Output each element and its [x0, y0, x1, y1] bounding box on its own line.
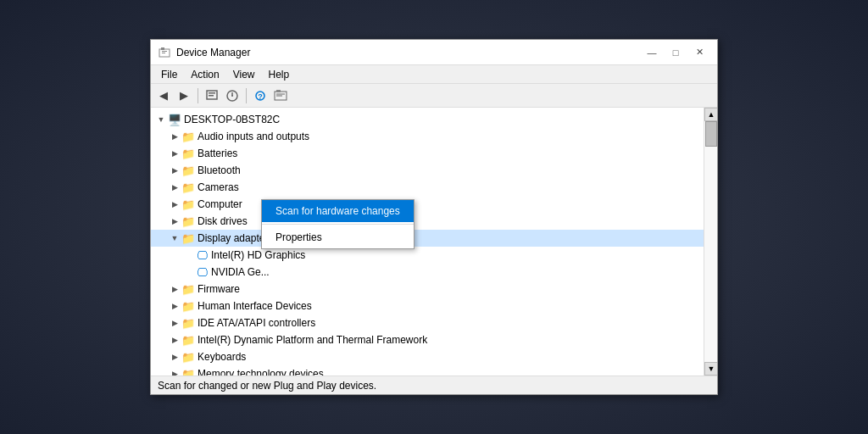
tree-item-intel-hd[interactable]: 🖵 Intel(R) HD Graphics	[151, 247, 704, 264]
context-properties[interactable]: Properties	[262, 226, 414, 248]
scrollbar[interactable]: ▲ ▼	[704, 108, 717, 376]
toolbar: ◀ ▶ ?	[151, 84, 717, 108]
tree-item-display-adapters[interactable]: ▼ 📁 Display adapters	[151, 230, 704, 247]
nvidia-label: NVIDIA Ge...	[211, 266, 270, 278]
tree-item-audio[interactable]: ▶ 📁 Audio inputs and outputs	[151, 128, 704, 145]
toolbar-btn-3[interactable]: ?	[251, 86, 270, 105]
tree-item-memory[interactable]: ▶ 📁 Memory technology devices	[151, 365, 704, 376]
context-menu-separator	[262, 224, 414, 225]
keyboards-expand-icon: ▶	[168, 350, 181, 364]
disk-label: Disk drives	[198, 215, 248, 227]
batteries-expand-icon: ▶	[168, 147, 181, 160]
menu-view[interactable]: View	[226, 67, 262, 82]
display-icon: 📁	[181, 231, 195, 245]
computer-label: Computer	[198, 198, 242, 210]
context-menu: Scan for hardware changes Properties	[261, 199, 415, 249]
scrollbar-track[interactable]	[704, 121, 717, 362]
computer-icon: 🖥️	[168, 113, 181, 126]
tree-item-cameras[interactable]: ▶ 📁 Cameras	[151, 179, 704, 196]
intel-hd-icon: 🖵	[195, 248, 209, 262]
svg-rect-6	[209, 95, 214, 97]
root-label: DESKTOP-0BST82C	[184, 114, 280, 125]
context-scan-hardware[interactable]: Scan for hardware changes	[262, 200, 414, 222]
nvidia-expand-icon	[181, 265, 195, 279]
nvidia-icon: 🖵	[195, 265, 209, 279]
firmware-label: Firmware	[198, 283, 240, 295]
computer-expand-icon: ▶	[168, 198, 181, 211]
memory-label: Memory technology devices	[198, 368, 324, 376]
title-bar-controls: — □ ✕	[641, 45, 710, 60]
svg-text:?: ?	[258, 92, 263, 101]
cameras-label: Cameras	[198, 181, 239, 193]
batteries-label: Batteries	[198, 147, 237, 159]
tree-item-nvidia[interactable]: 🖵 NVIDIA Ge...	[151, 264, 704, 281]
tree-item-computer[interactable]: ▶ 📁 Computer	[151, 196, 704, 213]
tree-view[interactable]: ▼ 🖥️ DESKTOP-0BST82C ▶ 📁 Audio inputs an…	[151, 108, 704, 376]
firmware-expand-icon: ▶	[168, 282, 181, 296]
content-area: ▼ 🖥️ DESKTOP-0BST82C ▶ 📁 Audio inputs an…	[151, 108, 717, 376]
root-expand-icon: ▼	[154, 113, 168, 126]
menu-help[interactable]: Help	[262, 67, 297, 82]
toolbar-sep-1	[198, 88, 198, 103]
hid-label: Human Interface Devices	[198, 300, 312, 312]
intel-dynamic-icon: 📁	[181, 333, 195, 347]
device-manager-window: Device Manager — □ ✕ File Action View He…	[150, 39, 718, 395]
toolbar-forward[interactable]: ▶	[175, 86, 193, 105]
intel-dynamic-label: Intel(R) Dynamic Platform and Thermal Fr…	[198, 334, 427, 346]
disk-expand-icon: ▶	[168, 214, 181, 228]
bluetooth-expand-icon: ▶	[168, 164, 181, 177]
bluetooth-label: Bluetooth	[198, 164, 241, 176]
ide-icon: 📁	[181, 316, 195, 330]
scrollbar-up-btn[interactable]: ▲	[704, 108, 717, 121]
title-bar-left: Device Manager	[158, 46, 250, 59]
scrollbar-thumb[interactable]	[705, 121, 717, 147]
audio-expand-icon: ▶	[168, 130, 181, 143]
window-icon	[158, 46, 171, 59]
svg-point-9	[231, 95, 233, 97]
tree-item-bluetooth[interactable]: ▶ 📁 Bluetooth	[151, 162, 704, 179]
title-bar: Device Manager — □ ✕	[151, 40, 717, 65]
computer-folder-icon: 📁	[181, 198, 195, 211]
bluetooth-icon: 📁	[181, 164, 195, 177]
toolbar-btn-2[interactable]	[223, 86, 242, 105]
tree-item-ide[interactable]: ▶ 📁 IDE ATA/ATAPI controllers	[151, 314, 704, 331]
keyboards-label: Keyboards	[198, 351, 246, 363]
menu-file[interactable]: File	[154, 67, 184, 82]
display-expand-icon: ▼	[168, 231, 181, 245]
tree-item-keyboards[interactable]: ▶ 📁 Keyboards	[151, 348, 704, 365]
batteries-icon: 📁	[181, 147, 195, 160]
ide-expand-icon: ▶	[168, 316, 181, 330]
tree-root[interactable]: ▼ 🖥️ DESKTOP-0BST82C	[151, 111, 704, 128]
memory-expand-icon: ▶	[168, 367, 181, 376]
status-text: Scan for changed or new Plug and Play de…	[158, 380, 376, 392]
svg-rect-3	[162, 53, 165, 53]
intel-hd-label: Intel(R) HD Graphics	[211, 249, 305, 261]
audio-label: Audio inputs and outputs	[198, 131, 309, 142]
hid-icon: 📁	[181, 299, 195, 313]
tree-item-disk-drives[interactable]: ▶ 📁 Disk drives	[151, 213, 704, 230]
intel-hd-expand-icon	[181, 248, 195, 262]
audio-icon: 📁	[181, 130, 195, 143]
intel-dynamic-expand-icon: ▶	[168, 333, 181, 347]
menu-action[interactable]: Action	[184, 67, 225, 82]
toolbar-btn-1[interactable]	[203, 86, 221, 105]
close-button[interactable]: ✕	[688, 45, 710, 60]
svg-rect-13	[276, 90, 281, 92]
maximize-button[interactable]: □	[665, 45, 687, 60]
menu-bar: File Action View Help	[151, 65, 717, 84]
svg-rect-5	[209, 92, 215, 94]
tree-item-intel-dynamic[interactable]: ▶ 📁 Intel(R) Dynamic Platform and Therma…	[151, 331, 704, 348]
tree-item-hid[interactable]: ▶ 📁 Human Interface Devices	[151, 298, 704, 314]
toolbar-back[interactable]: ◀	[154, 86, 173, 105]
scrollbar-down-btn[interactable]: ▼	[704, 362, 717, 376]
minimize-button[interactable]: —	[641, 45, 663, 60]
tree-item-batteries[interactable]: ▶ 📁 Batteries	[151, 145, 704, 162]
svg-rect-1	[161, 47, 164, 50]
hid-expand-icon: ▶	[168, 299, 181, 313]
tree-item-firmware[interactable]: ▶ 📁 Firmware	[151, 281, 704, 298]
firmware-icon: 📁	[181, 282, 195, 296]
toolbar-btn-4[interactable]	[271, 86, 290, 105]
disk-icon: 📁	[181, 214, 195, 228]
memory-icon: 📁	[181, 367, 195, 376]
window-title: Device Manager	[176, 47, 250, 58]
